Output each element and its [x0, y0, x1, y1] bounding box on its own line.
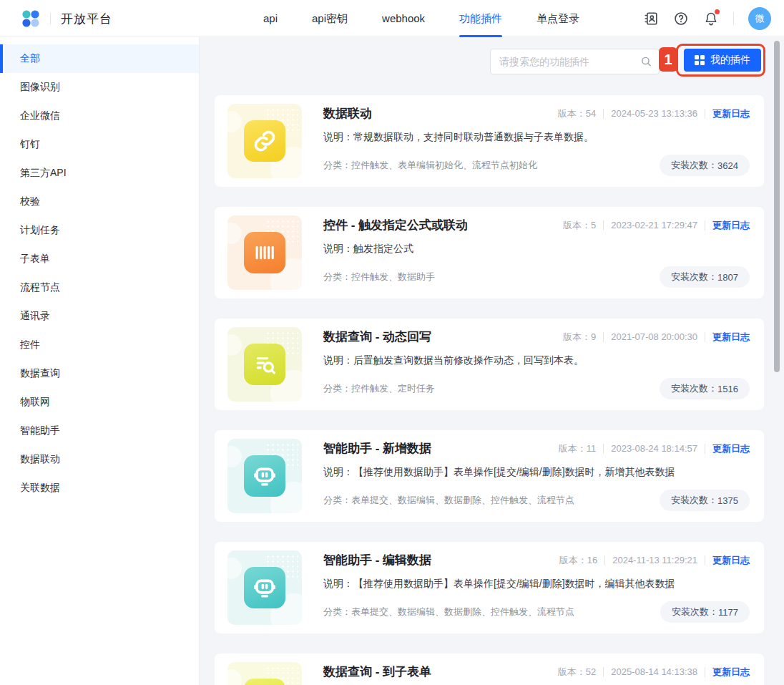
- install-count-badge: 安装次数：3624: [660, 155, 750, 176]
- sidebar-item-label: 关联数据: [20, 482, 60, 495]
- plugin-icon: [244, 120, 285, 162]
- plugin-title: 数据查询 - 动态回写: [323, 329, 431, 346]
- plugin-updated-at: 2023-08-24 18:14:57: [611, 440, 697, 457]
- changelog-link[interactable]: 更新日志: [712, 105, 750, 122]
- plugin-card[interactable]: 智能助手 - 新增数据 版本：11 2023-08-24 18:14:57 更新…: [215, 430, 764, 522]
- meta-divider: [705, 332, 705, 342]
- plugin-meta: 版本：52 2025-08-14 14:13:38 更新日志: [558, 664, 750, 681]
- changelog-link[interactable]: 更新日志: [712, 329, 750, 346]
- changelog-link[interactable]: 更新日志: [712, 552, 750, 569]
- plugin-updated-at: 2025-08-14 14:13:38: [611, 664, 697, 681]
- my-plugins-button[interactable]: 我的插件: [684, 49, 761, 72]
- meta-divider: [705, 555, 705, 565]
- plugin-title: 数据联动: [323, 105, 372, 122]
- plugin-card[interactable]: 数据查询 - 到子表单 版本：52 2025-08-14 14:13:38 更新…: [215, 654, 764, 685]
- plugin-meta: 版本：54 2024-05-23 13:13:36 更新日志: [558, 105, 750, 122]
- meta-divider: [604, 555, 605, 565]
- plugin-version: 版本：16: [559, 552, 597, 569]
- sidebar-item-label: 数据查询: [20, 367, 60, 380]
- plugin-description: 说明：后置触发查询数据当前修改操作动态，回写到本表。: [323, 353, 750, 367]
- install-count-badge: 安装次数：1375: [660, 490, 750, 511]
- user-avatar[interactable]: 微: [748, 7, 771, 30]
- sidebar-item[interactable]: 关联数据: [0, 474, 199, 502]
- sidebar-item[interactable]: 全部: [0, 44, 199, 73]
- sidebar-item-label: 校验: [20, 195, 40, 208]
- contacts-icon[interactable]: [643, 11, 659, 26]
- sidebar-item[interactable]: 企业微信: [0, 102, 199, 130]
- changelog-link[interactable]: 更新日志: [712, 217, 750, 234]
- top-nav-tab[interactable]: webhook: [382, 0, 425, 37]
- brand-divider: [50, 13, 51, 24]
- grid-icon: [695, 55, 705, 65]
- search-input[interactable]: [490, 49, 660, 74]
- sidebar-item-label: 计划任务: [20, 224, 60, 237]
- brand: 开放平台: [21, 0, 112, 37]
- top-nav-tab[interactable]: api: [263, 0, 278, 37]
- robot-icon: [253, 575, 277, 600]
- sidebar-item[interactable]: 流程节点: [0, 273, 199, 302]
- install-count-badge: 安装次数：1807: [660, 266, 750, 288]
- sidebar-item[interactable]: 第三方API: [0, 159, 199, 188]
- my-plugins-button-label: 我的插件: [710, 54, 750, 67]
- plugin-icon: [244, 679, 285, 685]
- plugin-card-body: 智能助手 - 新增数据 版本：11 2023-08-24 18:14:57 更新…: [323, 430, 750, 522]
- plugin-icon: [244, 344, 285, 385]
- category-sidebar: 全部 图像识别 企业微信 钉钉 第三方API 校验 计划任务 子表单 流程节点 …: [0, 37, 200, 685]
- plugin-icon: [244, 232, 285, 273]
- top-nav: api api密钥 webhook 功能插件 单点登录: [263, 0, 579, 37]
- plugin-card[interactable]: 数据查询 - 动态回写 版本：9 2021-07-08 20:00:30 更新日…: [215, 319, 764, 410]
- sidebar-item[interactable]: 子表单: [0, 245, 199, 273]
- meta-divider: [705, 444, 705, 454]
- notification-dot: [715, 9, 720, 14]
- plugin-card-body: 智能助手 - 编辑数据 版本：16 2024-11-13 11:29:21 更新…: [323, 542, 750, 633]
- help-icon[interactable]: [673, 11, 689, 26]
- plugin-card-body: 数据联动 版本：54 2024-05-23 13:13:36 更新日志 说明：常…: [323, 95, 750, 187]
- sidebar-item-label: 钉钉: [20, 138, 40, 151]
- plugin-card[interactable]: 智能助手 - 编辑数据 版本：16 2024-11-13 11:29:21 更新…: [215, 542, 764, 633]
- plugin-updated-at: 2024-11-13 11:29:21: [612, 552, 697, 569]
- plugin-categories: 分类：表单提交、数据编辑、数据删除、控件触发、流程节点: [323, 606, 574, 618]
- header-actions: 微: [643, 0, 771, 37]
- install-count-badge: 安装次数：1516: [660, 378, 750, 399]
- doc-search-icon: [253, 352, 277, 376]
- sidebar-item-label: 全部: [20, 52, 40, 65]
- plugin-icon: [244, 567, 285, 608]
- plugin-description: 说明：【推荐使用数据助手】表单操作[提交/编辑/删除]数据时，编辑其他表数据: [323, 576, 750, 591]
- plugin-version: 版本：11: [559, 440, 597, 457]
- scrollbar-thumb[interactable]: [774, 41, 780, 372]
- sidebar-item[interactable]: 通讯录: [0, 302, 199, 331]
- search-icon: [640, 56, 652, 68]
- plugin-meta: 版本：5 2023-02-21 17:29:47 更新日志: [563, 217, 750, 234]
- plugin-meta: 版本：11 2023-08-24 18:14:57 更新日志: [559, 440, 750, 457]
- top-bar: 开放平台 api api密钥 webhook 功能插件 单点登录: [0, 0, 784, 37]
- sidebar-item[interactable]: 数据查询: [0, 359, 199, 388]
- sidebar-item[interactable]: 智能助手: [0, 417, 199, 445]
- plugin-description: 说明：【推荐使用数据助手】表单操作[提交/编辑/删除]数据时，新增其他表数据: [323, 465, 750, 479]
- plugin-card[interactable]: 控件 - 触发指定公式或联动 版本：5 2023-02-21 17:29:47 …: [215, 207, 764, 298]
- top-nav-tab[interactable]: 单点登录: [536, 0, 579, 37]
- open-platform-page: 开放平台 api api密钥 webhook 功能插件 单点登录: [0, 0, 784, 685]
- sidebar-item[interactable]: 物联网: [0, 388, 199, 417]
- search-box: [490, 49, 660, 74]
- plugin-version: 版本：54: [558, 105, 596, 122]
- top-nav-tab[interactable]: 功能插件: [459, 0, 502, 37]
- sidebar-item[interactable]: 计划任务: [0, 216, 199, 245]
- sidebar-item[interactable]: 数据联动: [0, 445, 199, 474]
- top-nav-tab[interactable]: api密钥: [312, 0, 348, 37]
- sidebar-item[interactable]: 钉钉: [0, 130, 199, 159]
- meta-divider: [705, 109, 705, 119]
- plugin-icon: [244, 455, 285, 497]
- meta-divider: [705, 667, 705, 677]
- sidebar-item[interactable]: 图像识别: [0, 73, 199, 102]
- notification-bell-icon[interactable]: [703, 11, 719, 26]
- sidebar-item[interactable]: 控件: [0, 331, 199, 359]
- meta-divider: [603, 667, 604, 677]
- changelog-link[interactable]: 更新日志: [712, 440, 750, 457]
- plugin-icon-tile: [227, 662, 302, 685]
- plugin-card[interactable]: 数据联动 版本：54 2024-05-23 13:13:36 更新日志 说明：常…: [215, 95, 764, 187]
- sidebar-item-label: 第三方API: [20, 167, 67, 180]
- sidebar-item[interactable]: 校验: [0, 188, 199, 216]
- plugin-icon-tile: [227, 327, 302, 402]
- sidebar-item-label: 企业微信: [20, 110, 60, 122]
- changelog-link[interactable]: 更新日志: [712, 664, 750, 681]
